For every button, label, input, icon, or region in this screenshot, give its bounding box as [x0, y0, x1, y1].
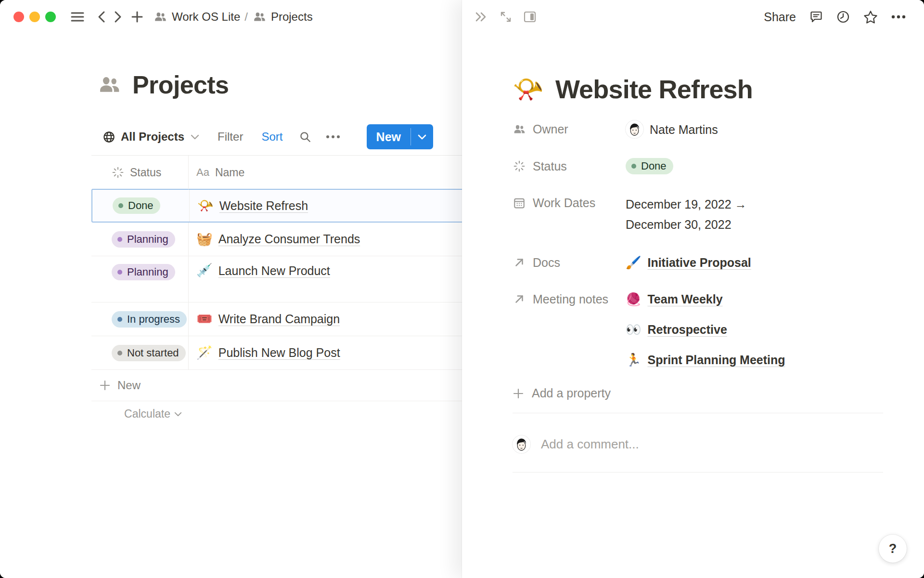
property-label[interactable]: Docs: [513, 254, 626, 271]
status-label: Not started: [127, 347, 179, 359]
table-row[interactable]: Not started🪄Publish New Blog Post: [91, 336, 462, 370]
clock-icon[interactable]: [836, 10, 850, 24]
page-link[interactable]: Publish New Blog Post: [218, 346, 340, 360]
property-value[interactable]: 🧶Team Weekly👀Retrospective🏃Sprint Planni…: [626, 290, 883, 368]
more-options-icon[interactable]: [326, 135, 340, 139]
column-header-status[interactable]: Status: [91, 156, 189, 189]
status-dot: [631, 164, 636, 169]
relation-link[interactable]: 👀Retrospective: [626, 321, 883, 338]
breadcrumb: Work OS Lite / Projects: [153, 10, 313, 24]
cell-status[interactable]: Planning: [91, 223, 189, 256]
traffic-lights: [13, 12, 56, 22]
calendar-icon: [513, 197, 526, 209]
back-icon[interactable]: [97, 10, 106, 24]
relation-link[interactable]: 🏃Sprint Planning Meeting: [626, 351, 883, 368]
cell-status[interactable]: Done: [92, 190, 190, 222]
page-link[interactable]: Analyze Consumer Trends: [218, 232, 360, 246]
people-icon: [252, 11, 267, 23]
chevron-down-icon: [174, 411, 182, 417]
table-body: Done📯Website RefreshPlanning🧺Analyze Con…: [91, 189, 462, 370]
page-title[interactable]: Website Refresh: [555, 74, 753, 104]
person-value: Nate Martins: [626, 120, 883, 138]
breadcrumb-root[interactable]: Work OS Lite: [153, 10, 240, 24]
add-property-button[interactable]: Add a property: [513, 378, 883, 408]
cell-name[interactable]: 💉Launch New Product: [189, 256, 462, 302]
zoom-window-button[interactable]: [45, 12, 56, 22]
new-page-icon[interactable]: [131, 11, 143, 23]
cell-name[interactable]: 🪄Publish New Blog Post: [189, 336, 462, 369]
text-Aa-icon: Aa: [196, 166, 209, 179]
status-badge[interactable]: Planning: [112, 264, 175, 280]
table-row[interactable]: In progress🎟️Write Brand Campaign: [91, 302, 462, 336]
side-peek-icon[interactable]: [524, 11, 536, 23]
property-label[interactable]: Meeting notes: [513, 290, 626, 308]
calculate-button[interactable]: Calculate: [91, 407, 189, 420]
view-switcher[interactable]: All Projects: [103, 130, 199, 144]
people-icon: [513, 124, 526, 135]
cell-name[interactable]: 🎟️Write Brand Campaign: [189, 302, 462, 336]
status-badge[interactable]: In progress: [112, 311, 187, 328]
property-label[interactable]: Owner: [513, 120, 626, 138]
status-dot: [117, 237, 122, 242]
page-emoji-icon: 🧺: [196, 233, 213, 246]
property-name: Status: [533, 158, 567, 175]
double-chevron-right-icon[interactable]: [475, 11, 488, 23]
property-value[interactable]: 🖌️Initiative Proposal: [626, 254, 883, 271]
breadcrumb-separator: /: [244, 10, 248, 24]
cell-status[interactable]: Planning: [91, 256, 189, 302]
relation-arrow-icon: [513, 256, 526, 269]
search-icon[interactable]: [299, 131, 311, 143]
table-new-row-label: New: [117, 379, 141, 392]
page-link[interactable]: Launch New Product: [218, 264, 330, 278]
comment-row: Add a comment...: [513, 430, 883, 459]
page-emoji-postal-horn[interactable]: 📯: [513, 77, 544, 102]
property-label[interactable]: Status: [513, 158, 626, 175]
cell-status[interactable]: Not started: [91, 336, 189, 369]
status-badge[interactable]: Not started: [112, 345, 186, 361]
status-badge[interactable]: Done: [113, 197, 160, 214]
table-row[interactable]: Planning💉Launch New Product: [91, 256, 462, 302]
property-value[interactable]: Done: [626, 158, 883, 175]
relation-link[interactable]: 🖌️Initiative Proposal: [626, 254, 883, 271]
page-link[interactable]: Website Refresh: [219, 199, 308, 213]
breadcrumb-root-label: Work OS Lite: [172, 10, 240, 24]
table-row[interactable]: Planning🧺Analyze Consumer Trends: [91, 223, 462, 256]
column-header-name[interactable]: Aa Name: [189, 156, 462, 189]
date-line: December 19, 2022 →: [626, 194, 883, 214]
relation-links: 🧶Team Weekly👀Retrospective🏃Sprint Planni…: [626, 290, 883, 368]
divider: [513, 472, 883, 473]
property-value[interactable]: December 19, 2022 →December 30, 2022: [626, 194, 883, 235]
filter-button[interactable]: Filter: [218, 130, 243, 144]
main-content-pane: Work OS Lite / Projects Projects: [0, 0, 462, 578]
cell-name[interactable]: 🧺Analyze Consumer Trends: [189, 223, 462, 256]
expand-icon[interactable]: [500, 11, 512, 23]
comment-icon[interactable]: [809, 10, 823, 24]
breadcrumb-current[interactable]: Projects: [252, 10, 313, 24]
relation-link[interactable]: 🧶Team Weekly: [626, 290, 883, 308]
forward-icon[interactable]: [114, 10, 122, 24]
page-link[interactable]: Write Brand Campaign: [218, 312, 340, 326]
side-peek-panel: Share 📯 Website Refresh Owne: [462, 0, 924, 578]
status-badge[interactable]: Planning: [112, 231, 175, 248]
share-button[interactable]: Share: [764, 10, 796, 24]
property-value[interactable]: Nate Martins: [626, 120, 883, 138]
close-window-button[interactable]: [13, 12, 24, 22]
sort-button[interactable]: Sort: [261, 130, 282, 144]
people-icon: [153, 11, 167, 23]
new-entry-button[interactable]: New: [367, 124, 411, 149]
more-options-icon[interactable]: [891, 15, 906, 19]
table-row[interactable]: Done📯Website Refresh: [91, 189, 462, 223]
cell-name[interactable]: 📯Website Refresh: [190, 190, 462, 222]
page-link-label: Retrospective: [647, 321, 727, 338]
cell-status[interactable]: In progress: [91, 302, 189, 336]
new-entry-dropdown-button[interactable]: [411, 124, 433, 149]
add-comment-input[interactable]: Add a comment...: [541, 437, 883, 452]
status-badge[interactable]: Done: [626, 158, 673, 174]
property-label[interactable]: Work Dates: [513, 194, 626, 211]
sidebar-menu-icon[interactable]: [70, 11, 85, 23]
table-new-row-button[interactable]: New: [91, 370, 462, 401]
help-button[interactable]: ?: [879, 535, 907, 563]
star-icon[interactable]: [863, 10, 878, 24]
table-footer: Calculate: [91, 401, 462, 426]
minimize-window-button[interactable]: [29, 12, 40, 22]
